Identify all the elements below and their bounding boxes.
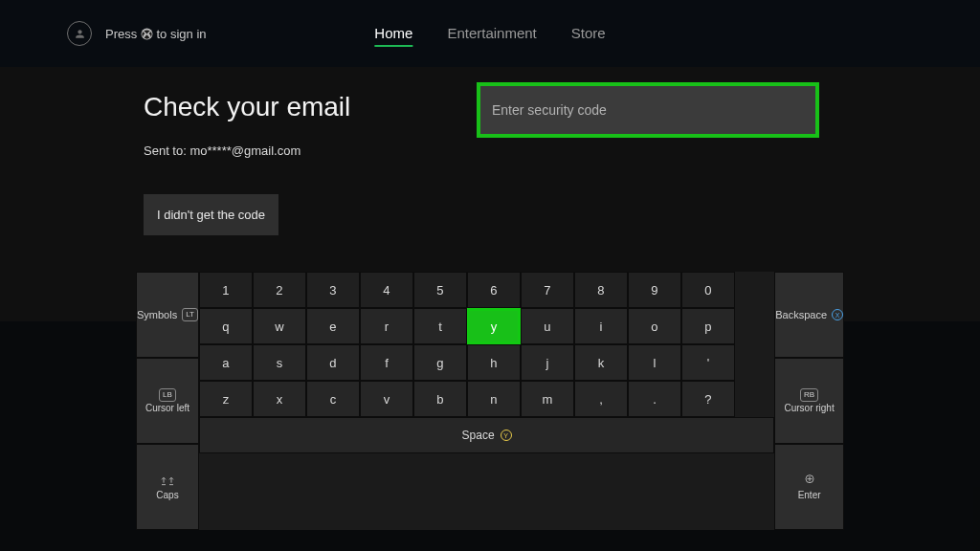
key-4[interactable]: 4 [360,272,413,308]
x-button-icon: X [832,309,843,320]
enter-icon [802,474,817,489]
key-8[interactable]: 8 [574,272,628,308]
tab-store[interactable]: Store [571,21,606,47]
caps-key[interactable]: Caps [136,444,199,530]
key-i[interactable]: i [574,308,628,344]
security-code-input[interactable] [492,102,804,118]
key-b[interactable]: b [413,381,467,417]
key-9[interactable]: 9 [628,272,681,308]
key-c[interactable]: c [306,381,360,417]
tab-home[interactable]: Home [374,21,412,47]
key-7[interactable]: 7 [521,272,574,308]
xbox-logo-icon [141,27,157,41]
keyboard-right-side: BackspaceX RB Cursor right Enter [774,272,844,530]
key-y[interactable]: y [467,308,521,344]
sign-in-button[interactable]: Press to sign in [67,21,207,46]
top-nav: Home Entertainment Store [374,21,605,47]
keyboard-keys: 1234567890 qwertyuiop asdfghjkl' zxcvbnm… [199,272,774,530]
key-,[interactable]: , [574,381,628,417]
key-'[interactable]: ' [681,344,735,381]
key-d[interactable]: d [306,344,360,381]
sent-to-label: Sent to: mo*****@gmail.com [144,143,836,158]
key-s[interactable]: s [253,344,306,381]
key-q[interactable]: q [199,308,253,344]
key-l[interactable]: l [628,344,681,381]
security-code-input-wrap[interactable] [477,82,819,138]
key-w[interactable]: w [253,308,306,344]
key-2[interactable]: 2 [253,272,306,308]
key-1[interactable]: 1 [199,272,253,308]
on-screen-keyboard: SymbolsLT LB Cursor left Caps 1234567890… [0,321,980,551]
key-j[interactable]: j [521,344,574,381]
key-0[interactable]: 0 [681,272,735,308]
key-n[interactable]: n [467,381,521,417]
sign-in-label: Press to sign in [105,27,207,41]
key-t[interactable]: t [413,308,467,344]
key-u[interactable]: u [521,308,574,344]
y-button-icon: Y [501,430,512,441]
keyboard-left-side: SymbolsLT LB Cursor left Caps [136,272,199,530]
key-3[interactable]: 3 [306,272,360,308]
key-p[interactable]: p [681,308,735,344]
cursor-left-key[interactable]: LB Cursor left [136,358,199,444]
symbols-key[interactable]: SymbolsLT [136,272,199,358]
caps-icon [160,474,175,489]
key-h[interactable]: h [467,344,521,381]
top-header: Press to sign in Home Entertainment Stor… [0,0,980,67]
key-.[interactable]: . [628,381,681,417]
key-6[interactable]: 6 [467,272,521,308]
avatar-icon [67,21,92,46]
space-key[interactable]: Space Y [199,417,774,453]
key-o[interactable]: o [628,308,681,344]
key-a[interactable]: a [199,344,253,381]
tab-entertainment[interactable]: Entertainment [447,21,536,47]
key-z[interactable]: z [199,381,253,417]
key-?[interactable]: ? [681,381,735,417]
cursor-right-key[interactable]: RB Cursor right [774,358,844,444]
backspace-key[interactable]: BackspaceX [774,272,844,358]
key-g[interactable]: g [413,344,467,381]
enter-key[interactable]: Enter [774,444,844,530]
didnt-get-code-button[interactable]: I didn't get the code [144,194,278,235]
key-r[interactable]: r [360,308,413,344]
key-5[interactable]: 5 [413,272,467,308]
key-f[interactable]: f [360,344,413,381]
key-e[interactable]: e [306,308,360,344]
key-v[interactable]: v [360,381,413,417]
key-x[interactable]: x [253,381,306,417]
key-m[interactable]: m [521,381,574,417]
key-k[interactable]: k [574,344,628,381]
